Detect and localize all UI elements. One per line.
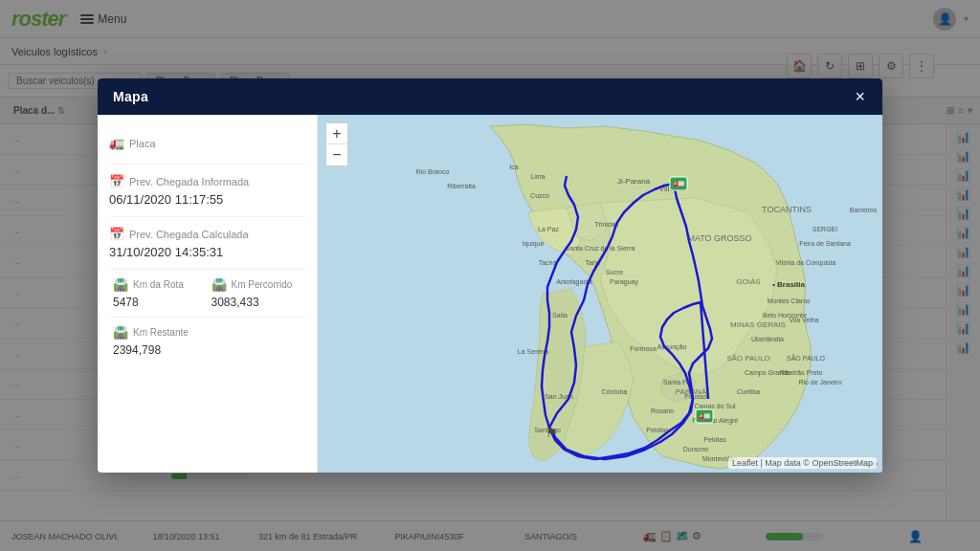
modal-map: MATO GROSSO GOIÁS MINAS GERAIS SÃO PAULO…	[318, 115, 882, 473]
modal: Mapa × 🚛 Placa 📅 Prev. C	[98, 78, 882, 473]
svg-text:SERGEI: SERGEI	[813, 226, 838, 232]
svg-text:⚑: ⚑	[546, 425, 558, 440]
truck-icon: 🚛	[109, 136, 124, 150]
svg-text:Salta: Salta	[552, 312, 568, 319]
svg-text:Vila Velha: Vila Velha	[789, 317, 818, 323]
svg-text:Durazno: Durazno	[683, 446, 709, 452]
svg-text:Uberlândia: Uberlândia	[751, 336, 784, 342]
km-rota-value: 5478	[113, 296, 204, 309]
prev-chegada-calculada-label: 📅 Prev. Chegada Calculada	[109, 227, 305, 241]
svg-text:Rio de Janeiro: Rio de Janeiro	[798, 379, 841, 386]
svg-text:Paraguay: Paraguay	[610, 278, 638, 286]
road-icon-2: 🛣️	[212, 277, 227, 292]
km-restante-label: 🛣️ Km Restante	[113, 325, 301, 340]
svg-text:• Brasília: • Brasília	[772, 280, 805, 289]
map-attribution: Leaflet | Map data © OpenStreetMap	[728, 457, 877, 469]
map-zoom-controls: + −	[325, 122, 348, 166]
modal-body: 🚛 Placa 📅 Prev. Chegada Informada 06/11/…	[98, 115, 882, 473]
modal-close-button[interactable]: ×	[853, 88, 867, 105]
svg-text:Pelotas: Pelotas	[684, 393, 707, 400]
info-km-restante: 🛣️ Km Restante 2394,798	[109, 318, 305, 364]
info-placa: 🚛 Placa	[109, 126, 305, 165]
svg-text:Assunção: Assunção	[657, 343, 687, 351]
modal-header: Mapa ×	[98, 78, 882, 115]
svg-text:🚛: 🚛	[699, 409, 711, 422]
svg-text:Ribeiralta: Ribeiralta	[447, 183, 476, 189]
svg-text:Rosario: Rosario	[651, 408, 674, 414]
svg-text:Pelotas: Pelotas	[703, 436, 726, 443]
road-icon: 🛣️	[113, 277, 128, 292]
info-prev-chegada-informada: 📅 Prev. Chegada Informada 06/11/2020 11:…	[109, 165, 305, 217]
svg-text:Vitória da Conquista: Vitória da Conquista	[776, 259, 836, 267]
svg-text:Santa Cruz de la Sierra: Santa Cruz de la Sierra	[566, 245, 635, 252]
info-bottom-grid: 🛣️ Km da Rota 5478 🛣️ Km Percorrido 3083…	[109, 270, 305, 364]
svg-text:Sucre: Sucre	[606, 269, 623, 276]
svg-text:Curitiba: Curitiba	[737, 388, 760, 395]
svg-text:Córdoba: Córdoba	[602, 388, 628, 395]
svg-text:Formosa: Formosa	[630, 345, 657, 352]
info-km-rota: 🛣️ Km da Rota 5478	[109, 270, 208, 318]
svg-text:Lima: Lima	[530, 173, 545, 180]
svg-text:Feira de Santana: Feira de Santana	[799, 240, 851, 247]
placa-label: 🚛 Placa	[109, 136, 305, 150]
svg-text:Ribeirão Preto: Ribeirão Preto	[780, 369, 823, 376]
km-rota-label: 🛣️ Km da Rota	[113, 277, 204, 292]
svg-text:Iquique: Iquique	[523, 240, 545, 248]
km-percorrido-label: 🛣️ Km Percorrido	[212, 277, 302, 292]
info-km-percorrido: 🛣️ Km Percorrido 3083,433	[208, 270, 306, 318]
map-svg: MATO GROSSO GOIÁS MINAS GERAIS SÃO PAULO…	[318, 115, 882, 473]
modal-title: Mapa	[113, 89, 148, 104]
zoom-out-button[interactable]: −	[326, 144, 347, 165]
svg-text:GOIÁS: GOIÁS	[736, 277, 760, 286]
svg-text:Rio Branco: Rio Branco	[416, 168, 450, 175]
svg-text:Tacna: Tacna	[539, 259, 557, 266]
road-icon-3: 🛣️	[113, 325, 128, 340]
zoom-in-button[interactable]: +	[326, 123, 347, 144]
prev-chegada-informada-value: 06/11/2020 11:17:55	[109, 192, 305, 207]
svg-text:Ica: Ica	[509, 164, 518, 170]
calendar-icon-2: 📅	[109, 227, 124, 241]
svg-text:Barreiros: Barreiros	[850, 207, 878, 213]
svg-text:Ji-Paraná: Ji-Paraná	[617, 177, 651, 186]
svg-text:La Paz: La Paz	[538, 226, 559, 232]
prev-chegada-informada-label: 📅 Prev. Chegada Informada	[109, 174, 305, 188]
svg-text:Caxias do Sul: Caxias do Sul	[694, 403, 736, 409]
svg-text:SÃO PAULO: SÃO PAULO	[726, 354, 770, 363]
svg-text:Santa Fe: Santa Fe	[663, 379, 691, 386]
info-prev-chegada-calculada: 📅 Prev. Chegada Calculada 31/10/2020 14:…	[109, 217, 305, 270]
svg-text:MINAS GERAIS: MINAS GERAIS	[730, 320, 786, 329]
modal-overlay[interactable]: Mapa × 🚛 Placa 📅 Prev. C	[0, 0, 980, 551]
km-restante-value: 2394,798	[113, 343, 301, 357]
prev-chegada-calculada-value: 31/10/2020 14:35:31	[109, 245, 305, 259]
svg-text:🚛: 🚛	[673, 177, 685, 189]
svg-text:SÃO PAULO: SÃO PAULO	[787, 354, 825, 362]
modal-info-panel: 🚛 Placa 📅 Prev. Chegada Informada 06/11/…	[98, 115, 318, 473]
svg-text:TOCANTINS: TOCANTINS	[762, 205, 812, 214]
calendar-icon: 📅	[109, 174, 124, 188]
svg-text:Cuzco: Cuzco	[530, 192, 549, 199]
km-percorrido-value: 3083,433	[212, 296, 302, 309]
svg-text:Montes Claros: Montes Claros	[767, 298, 811, 304]
svg-text:MATO GROSSO: MATO GROSSO	[687, 233, 751, 243]
